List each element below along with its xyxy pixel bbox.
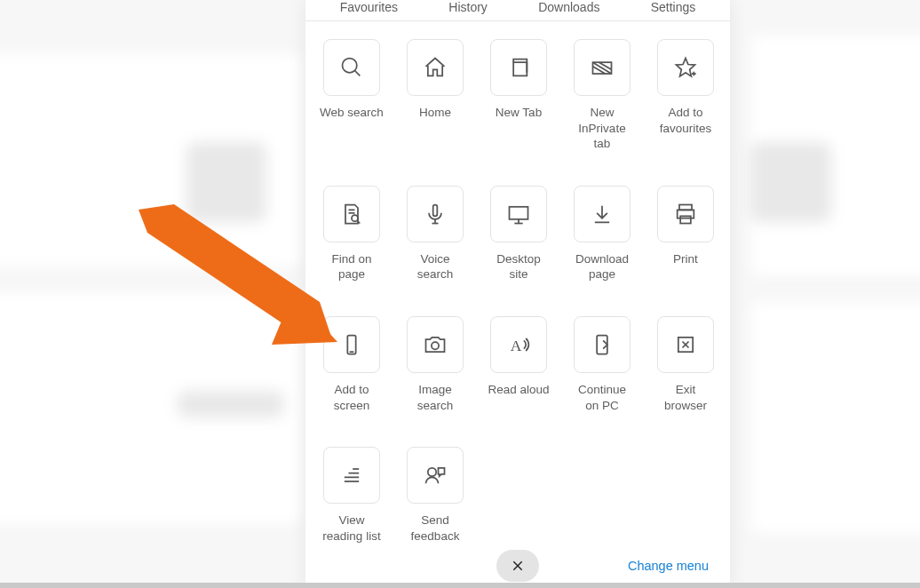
tile-label: Download page xyxy=(575,251,629,282)
read-aloud-icon: A xyxy=(490,316,547,373)
download-icon xyxy=(574,186,631,242)
print-icon xyxy=(657,186,714,242)
svg-rect-14 xyxy=(433,204,438,216)
tile-label: Read aloud xyxy=(488,382,549,398)
close-icon xyxy=(511,559,525,573)
tile-label: Add to favourites xyxy=(660,105,712,136)
tile-add-to-favourites[interactable]: Add to favourites xyxy=(648,39,723,152)
tab-downloads[interactable]: Downloads xyxy=(535,0,603,12)
tile-label: Desktop site xyxy=(496,251,541,282)
svg-text:A: A xyxy=(511,337,522,354)
find-on-page-icon xyxy=(323,186,380,242)
tile-label: Print xyxy=(673,251,698,267)
tile-label: Exit browser xyxy=(664,382,707,413)
tile-label: Image search xyxy=(417,382,454,413)
svg-line-5 xyxy=(599,62,612,69)
phone-icon xyxy=(323,316,380,373)
tab-history[interactable]: History xyxy=(445,0,491,12)
tile-label: Continue on PC xyxy=(578,382,626,413)
tile-send-feedback[interactable]: Send feedback xyxy=(398,447,472,544)
search-icon xyxy=(323,39,380,96)
tile-label: New Tab xyxy=(496,105,542,121)
new-tab-icon xyxy=(490,39,547,96)
tile-continue-on-pc[interactable]: Continue on PC xyxy=(565,316,639,413)
tile-label: Find on page xyxy=(331,251,371,282)
menu-panel: Favourites History Downloads Settings We… xyxy=(305,0,730,588)
top-nav: Favourites History Downloads Settings xyxy=(305,0,730,21)
svg-point-0 xyxy=(343,59,357,73)
menu-grid: Web search Home New Tab New InPrivate ta… xyxy=(305,21,730,544)
reading-list-icon xyxy=(323,447,380,504)
svg-point-26 xyxy=(432,342,439,349)
svg-line-1 xyxy=(355,71,361,76)
tab-favourites[interactable]: Favourites xyxy=(337,0,401,12)
tile-label: View reading list xyxy=(322,513,380,544)
tile-desktop-site[interactable]: Desktop site xyxy=(481,186,556,282)
svg-rect-28 xyxy=(597,336,607,354)
tile-home[interactable]: Home xyxy=(398,39,472,152)
camera-icon xyxy=(407,316,464,373)
tile-label: Add to screen xyxy=(334,382,370,413)
inprivate-icon xyxy=(574,39,631,96)
tile-voice-search[interactable]: Voice search xyxy=(398,186,472,282)
svg-point-12 xyxy=(352,215,358,221)
tile-print[interactable]: Print xyxy=(648,186,723,282)
tab-settings[interactable]: Settings xyxy=(647,0,700,12)
close-button[interactable] xyxy=(496,550,539,582)
tile-download-page[interactable]: Download page xyxy=(565,186,639,282)
svg-line-6 xyxy=(593,67,606,74)
tile-label: Web search xyxy=(320,105,384,121)
svg-rect-17 xyxy=(510,207,528,219)
desktop-icon xyxy=(490,186,547,242)
tile-new-tab[interactable]: New Tab xyxy=(481,39,556,152)
tile-read-aloud[interactable]: A Read aloud xyxy=(481,316,556,413)
tile-exit-browser[interactable]: Exit browser xyxy=(648,316,723,413)
star-plus-icon xyxy=(657,39,714,96)
tile-label: Send feedback xyxy=(411,513,460,544)
bottom-bar: Change menu xyxy=(305,544,730,588)
tile-label: New InPrivate tab xyxy=(578,105,625,152)
continue-pc-icon xyxy=(574,316,631,373)
tile-label: Home xyxy=(419,105,451,121)
exit-icon xyxy=(657,316,714,373)
feedback-icon xyxy=(407,447,464,504)
microphone-icon xyxy=(407,186,464,242)
tile-label: Voice search xyxy=(417,251,454,282)
tile-view-reading-list[interactable]: View reading list xyxy=(314,447,389,544)
tile-image-search[interactable]: Image search xyxy=(398,316,472,413)
svg-rect-22 xyxy=(679,204,692,210)
home-icon xyxy=(407,39,464,96)
tile-add-to-screen[interactable]: Add to screen xyxy=(314,316,389,413)
svg-rect-23 xyxy=(680,216,691,223)
footer-strip xyxy=(0,583,920,588)
change-menu-link[interactable]: Change menu xyxy=(628,559,709,573)
svg-point-36 xyxy=(428,468,436,476)
svg-rect-2 xyxy=(513,62,527,75)
tile-web-search[interactable]: Web search xyxy=(314,39,389,152)
tile-new-inprivate-tab[interactable]: New InPrivate tab xyxy=(565,39,639,152)
tile-find-on-page[interactable]: Find on page xyxy=(314,186,389,282)
